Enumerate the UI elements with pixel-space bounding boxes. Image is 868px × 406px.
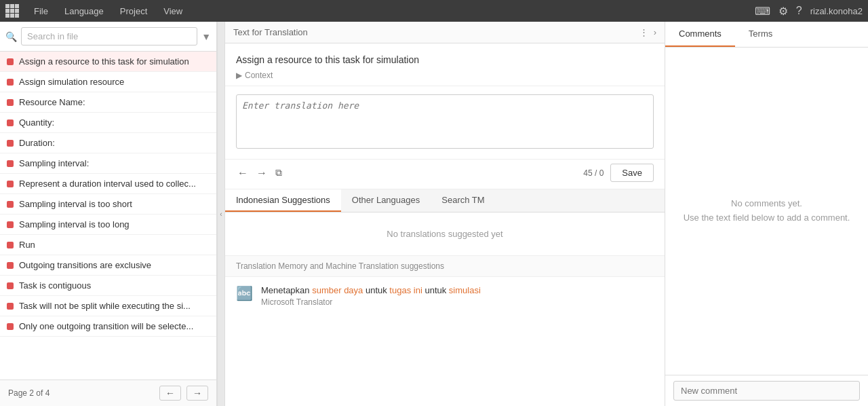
no-comments-text: No comments yet. Use the text field belo… <box>684 197 850 225</box>
sidebar-search-bar: 🔍 ▼ <box>0 22 216 52</box>
right-panel-footer <box>665 375 868 406</box>
list-item[interactable]: Run <box>0 235 216 255</box>
list-item[interactable]: Only one outgoing transition will be sel… <box>0 316 216 337</box>
item-status-dot <box>7 242 14 248</box>
right-panel-content: No comments yet. Use the text field belo… <box>665 48 868 375</box>
menubar-right: ⌨ ⚙ ? rizal.konoha2 <box>755 5 863 18</box>
list-item[interactable]: Represent a duration interval used to co… <box>0 174 216 194</box>
list-item[interactable]: Sampling interval is too short <box>0 194 216 215</box>
tm-text-before: Menetapkan <box>261 285 312 295</box>
item-status-dot <box>7 262 14 269</box>
prev-string-button[interactable]: ← <box>236 166 250 181</box>
item-status-dot <box>7 58 14 65</box>
context-label: Context <box>245 71 273 80</box>
item-status-dot <box>7 160 14 167</box>
list-item-text: Quantity: <box>19 117 54 128</box>
list-item-text: Task will not be split while executing t… <box>19 301 191 311</box>
center-header-actions: ⋮ › <box>639 27 656 37</box>
save-button[interactable]: Save <box>610 164 654 182</box>
translation-textarea[interactable] <box>236 94 654 149</box>
tm-suggestion-item[interactable]: 🔤 Menetapkan sumber daya untuk tugas ini… <box>225 277 665 315</box>
list-item-text: Sampling interval is too long <box>19 219 130 229</box>
list-item[interactable]: Quantity: <box>0 113 216 133</box>
no-comments-line1: No comments yet. <box>684 197 850 211</box>
list-item-text: Assign simulation resource <box>19 77 124 87</box>
tab-other-languages[interactable]: Other Languages <box>341 189 431 212</box>
menu-project[interactable]: Project <box>113 3 154 19</box>
app-grid-icon[interactable] <box>5 4 19 18</box>
main-layout: 🔍 ▼ Assign a resource to this task for s… <box>0 22 868 406</box>
sidebar-footer: Page 2 of 4 ← → <box>0 380 216 406</box>
tm-source-label: Microsoft Translator <box>261 297 481 307</box>
new-comment-input[interactable] <box>673 381 860 401</box>
more-options-icon[interactable]: ⋮ <box>639 27 648 37</box>
char-count: 45 / 0 <box>583 168 604 178</box>
item-status-dot <box>7 303 14 310</box>
copy-source-button[interactable]: ⧉ <box>274 166 283 180</box>
tm-translation-text: Menetapkan sumber daya untuk tugas ini u… <box>261 285 481 295</box>
list-item-text: Assign a resource to this task for simul… <box>19 56 189 67</box>
list-item[interactable]: Task will not be split while executing t… <box>0 296 216 316</box>
tm-icon: 🔤 <box>236 285 253 301</box>
tm-highlight-1: sumber daya <box>312 285 363 295</box>
translation-toolbar: ← → ⧉ 45 / 0 Save <box>225 160 665 189</box>
source-text: Assign a resource to this task for simul… <box>236 54 654 65</box>
keyboard-icon[interactable]: ⌨ <box>755 5 770 18</box>
list-item[interactable]: Assign a resource to this task for simul… <box>0 52 216 72</box>
user-label: rizal.konoha2 <box>810 6 863 16</box>
source-text-area: Assign a resource to this task for simul… <box>225 43 665 86</box>
tm-highlight-2: tugas <box>389 285 411 295</box>
list-item[interactable]: Task is contiguous <box>0 276 216 296</box>
next-string-button[interactable]: → <box>255 166 269 181</box>
item-status-dot <box>7 221 14 228</box>
suggestions-tabs: Indonesian Suggestions Other Languages S… <box>225 189 665 213</box>
menu-language[interactable]: Language <box>58 3 111 19</box>
search-icon: 🔍 <box>5 31 17 42</box>
filter-icon[interactable]: ▼ <box>201 31 211 42</box>
page-indicator: Page 2 of 4 <box>8 388 50 398</box>
menu-file[interactable]: File <box>27 3 55 19</box>
suggestions-section: Indonesian Suggestions Other Languages S… <box>225 189 665 406</box>
sidebar: 🔍 ▼ Assign a resource to this task for s… <box>0 22 217 406</box>
list-item[interactable]: Sampling interval: <box>0 153 216 174</box>
sidebar-collapse-handle[interactable]: ‹ <box>217 22 225 406</box>
next-page-button[interactable]: → <box>186 386 208 401</box>
center-panel: Text for Translation ⋮ › Assign a resour… <box>225 22 665 406</box>
tm-text-middle1: untuk <box>363 285 389 295</box>
tm-text-middle3: untuk <box>422 285 449 295</box>
toolbar-icons: ← → ⧉ <box>236 166 283 181</box>
list-item-text: Resource Name: <box>19 97 85 107</box>
tab-content: No translations suggested yet Translatio… <box>225 213 665 406</box>
list-item[interactable]: Outgoing transitions are exclusive <box>0 255 216 276</box>
center-header: Text for Translation ⋮ › <box>225 22 665 43</box>
item-status-dot <box>7 140 14 147</box>
item-status-dot <box>7 119 14 126</box>
tm-highlight-4: simulasi <box>449 285 481 295</box>
context-link[interactable]: ▶ Context <box>236 71 654 80</box>
context-chevron-icon: ▶ <box>236 71 242 80</box>
menu-view[interactable]: View <box>157 3 189 19</box>
center-header-title: Text for Translation <box>233 27 639 37</box>
tab-comments[interactable]: Comments <box>665 22 735 47</box>
tm-item-content: Menetapkan sumber daya untuk tugas ini u… <box>261 285 481 307</box>
prev-page-button[interactable]: ← <box>159 386 181 401</box>
list-item[interactable]: Sampling interval is too long <box>0 215 216 235</box>
tab-indonesian-suggestions[interactable]: Indonesian Suggestions <box>225 189 341 212</box>
tm-highlight-3: ini <box>414 285 422 295</box>
list-item[interactable]: Duration: <box>0 133 216 153</box>
list-item-text: Sampling interval is too short <box>19 199 132 209</box>
no-comments-line2: Use the text field below to add a commen… <box>684 211 850 225</box>
settings-icon[interactable]: ⚙ <box>778 5 788 18</box>
list-item[interactable]: Assign simulation resource <box>0 72 216 92</box>
tab-terms[interactable]: Terms <box>735 22 786 47</box>
help-icon[interactable]: ? <box>796 5 802 17</box>
tab-search-tm[interactable]: Search TM <box>431 189 495 212</box>
item-status-dot <box>7 99 14 106</box>
right-panel-tabs: Comments Terms <box>665 22 868 48</box>
tm-section-header: Translation Memory and Machine Translati… <box>225 255 665 277</box>
sidebar-list: Assign a resource to this task for simul… <box>0 52 216 380</box>
list-item[interactable]: Resource Name: <box>0 92 216 113</box>
list-item-text: Duration: <box>19 138 55 148</box>
search-input[interactable] <box>21 27 197 45</box>
expand-icon[interactable]: › <box>654 27 656 37</box>
